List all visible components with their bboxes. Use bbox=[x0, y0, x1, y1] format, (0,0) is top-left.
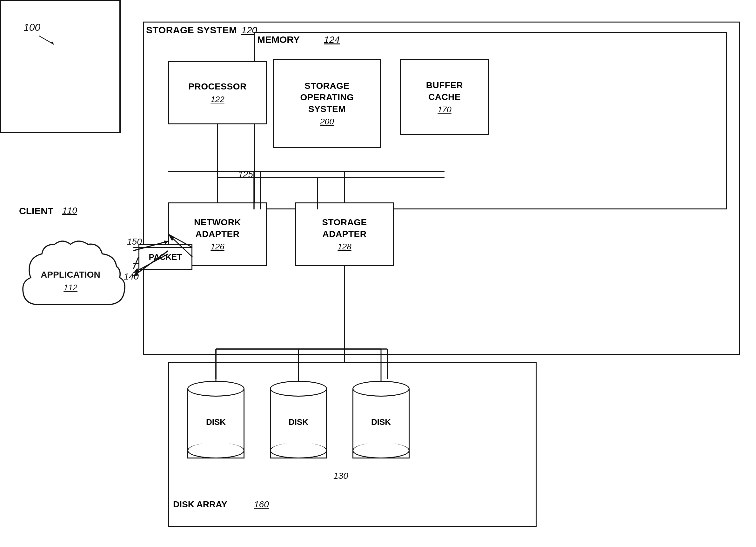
processor-box: PROCESSOR 122 bbox=[168, 61, 267, 124]
network-adapter-label: NETWORKADAPTER bbox=[194, 217, 241, 240]
disk-2-top bbox=[270, 381, 327, 397]
disk-1-top bbox=[187, 381, 244, 397]
disk-3-top bbox=[352, 381, 410, 397]
storage-adapter-id: 128 bbox=[338, 242, 351, 252]
disk-2-bottom bbox=[270, 443, 327, 458]
buffer-cache-box: BUFFERCACHE 170 bbox=[400, 59, 489, 135]
sos-id: 200 bbox=[320, 117, 334, 127]
buffer-cache-label: BUFFERCACHE bbox=[426, 80, 463, 103]
client-id: 110 bbox=[62, 206, 77, 216]
disk-3-bottom bbox=[352, 443, 410, 458]
disk-3-label: DISK bbox=[371, 417, 391, 427]
memory-label: MEMORY bbox=[257, 34, 300, 45]
network-adapter-id: 126 bbox=[211, 242, 224, 252]
client-label: CLIENT bbox=[19, 206, 53, 217]
conn-140-label: 140 bbox=[124, 272, 139, 282]
disk-1-label: DISK bbox=[206, 417, 226, 427]
storage-adapter-label: STORAGEADAPTER bbox=[322, 217, 367, 240]
buffer-cache-id: 170 bbox=[438, 105, 451, 115]
memory-id: 124 bbox=[324, 34, 340, 45]
storage-adapter-box: STORAGEADAPTER 128 bbox=[295, 203, 394, 266]
conn-150-label: 150 bbox=[127, 237, 142, 247]
diagram: 100 STORAGE SYSTEM 120 MEMORY 124 PROCES… bbox=[0, 0, 756, 547]
disk-group: DISK DISK DISK bbox=[187, 381, 410, 427]
disk-array-id: 160 bbox=[254, 499, 269, 510]
diagram-arrow bbox=[37, 34, 57, 47]
sos-label: STORAGEOPERATINGSYSTEM bbox=[300, 80, 354, 115]
disk-1: DISK bbox=[187, 381, 244, 427]
conn-125-label: 125 bbox=[238, 170, 253, 180]
diagram-id-label: 100 bbox=[23, 22, 40, 33]
disk-1-bottom bbox=[187, 443, 244, 458]
storage-system-label: STORAGE SYSTEM bbox=[146, 25, 237, 36]
svg-text:APPLICATION: APPLICATION bbox=[41, 270, 100, 279]
disk-2-label: DISK bbox=[289, 417, 308, 427]
disk-2: DISK bbox=[270, 381, 327, 427]
svg-line-12 bbox=[133, 257, 138, 269]
disk-3: DISK bbox=[352, 381, 410, 427]
conn-130-label: 130 bbox=[333, 471, 348, 481]
svg-text:112: 112 bbox=[64, 283, 77, 292]
disk-array-label: DISK ARRAY bbox=[173, 499, 227, 510]
client-box bbox=[0, 0, 121, 133]
sos-box: STORAGEOPERATINGSYSTEM 200 bbox=[273, 59, 381, 148]
application-cloud-svg: APPLICATION 112 bbox=[13, 229, 128, 323]
packet-label: PACKET bbox=[149, 252, 182, 262]
packet-box: PACKET bbox=[138, 244, 192, 270]
processor-label: PROCESSOR bbox=[188, 81, 246, 92]
processor-id: 122 bbox=[211, 95, 224, 104]
